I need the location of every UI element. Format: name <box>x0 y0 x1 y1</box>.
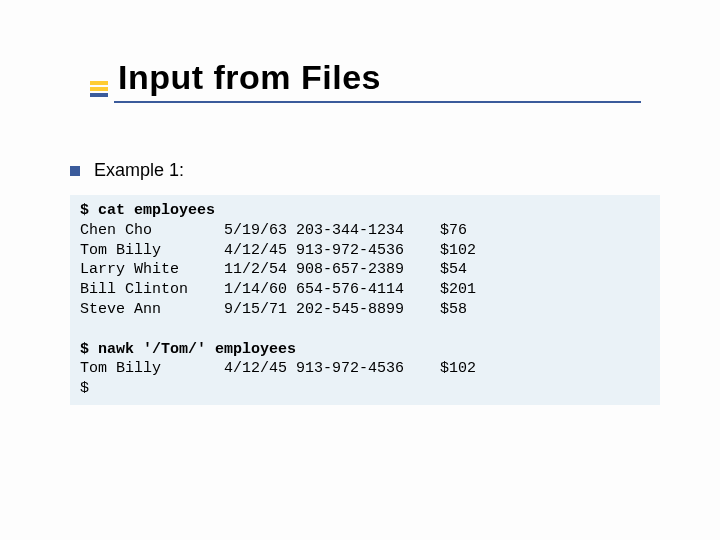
command-nawk: $ nawk '/Tom/' employees <box>80 341 296 358</box>
emp-row-1: Tom Billy 4/12/45 913-972-4536 $102 <box>80 242 476 259</box>
emp-row-2: Larry White 11/2/54 908-657-2389 $54 <box>80 261 467 278</box>
bullet-example-1: Example 1: <box>70 160 660 181</box>
command-cat: $ cat employees <box>80 202 215 219</box>
emp-row-0: Chen Cho 5/19/63 203-344-1234 $76 <box>80 222 467 239</box>
slide-title: Input from Files <box>114 58 641 103</box>
emp-row-4: Steve Ann 9/15/71 202-545-8899 $58 <box>80 301 467 318</box>
slide-body: Example 1: $ cat employees Chen Cho 5/19… <box>70 160 660 405</box>
title-accent-icon <box>90 79 108 103</box>
prompt-end: $ <box>80 380 89 397</box>
slide-title-bar: Input from Files <box>90 58 641 103</box>
code-block: $ cat employees Chen Cho 5/19/63 203-344… <box>70 195 660 405</box>
square-bullet-icon <box>70 166 80 176</box>
bullet-text: Example 1: <box>94 160 184 181</box>
result-row-0: Tom Billy 4/12/45 913-972-4536 $102 <box>80 360 476 377</box>
emp-row-3: Bill Clinton 1/14/60 654-576-4114 $201 <box>80 281 476 298</box>
